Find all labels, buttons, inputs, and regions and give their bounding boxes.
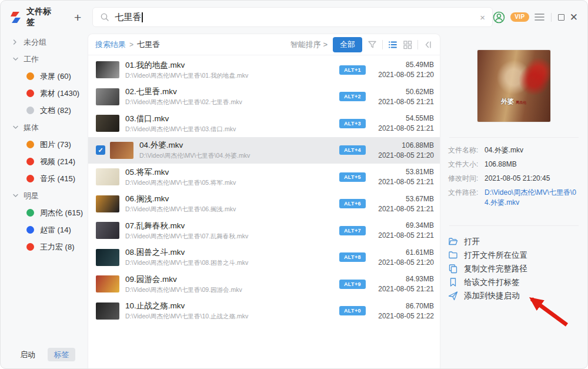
filter-funnel-icon[interactable] bbox=[368, 40, 377, 49]
file-name: 01.我的地盘.mkv bbox=[125, 60, 339, 71]
file-size: 106.88MB bbox=[373, 141, 434, 149]
sidebar-tag[interactable]: 视频 (214) bbox=[1, 153, 88, 170]
file-date: 2021-08-05 21:21 bbox=[373, 178, 434, 186]
search-box[interactable]: 七里香 × bbox=[92, 7, 493, 27]
file-path: D:\Video\周杰伦\MV\七里香\04.外婆.mkv bbox=[139, 152, 339, 160]
sidebar-tag[interactable]: 素材 (1430) bbox=[1, 85, 88, 102]
file-row[interactable]: ✓ 02.七里香.mkv D:\Video\周杰伦\MV\七里香\02.七里香.… bbox=[88, 84, 440, 111]
vip-badge[interactable]: VIP bbox=[510, 12, 529, 22]
sidebar-tag[interactable]: 录屏 (60) bbox=[1, 68, 88, 85]
file-checkbox[interactable]: ✓ bbox=[96, 145, 105, 155]
sidebar-tag[interactable]: 赵雷 (14) bbox=[1, 221, 88, 238]
info-row: 文件路径: D:\Video\周杰伦\MV\七里香\04.外婆.mkv bbox=[448, 188, 580, 208]
info-row: 修改时间: 2021-08-05 21:20:45 bbox=[448, 174, 580, 184]
folder-icon bbox=[448, 250, 464, 260]
file-date: 2021-08-05 21:21 bbox=[373, 124, 434, 132]
action-row[interactable]: 打开 bbox=[448, 235, 580, 248]
file-row[interactable]: ✓ 09.园游会.mkv D:\Video\周杰伦\MV\七里香\09.园游会.… bbox=[88, 271, 440, 298]
app-title: 文件标签 bbox=[26, 6, 59, 28]
sidebar-tag-label: 图片 (73) bbox=[40, 139, 71, 150]
preview-caption: 外婆 bbox=[501, 97, 514, 106]
sidebar-tag[interactable]: 图片 (73) bbox=[1, 136, 88, 153]
file-row[interactable]: ✓ 08.困兽之斗.mkv D:\Video\周杰伦\MV\七里香\08.困兽之… bbox=[88, 244, 440, 271]
action-row[interactable]: 添加到快捷启动 bbox=[448, 289, 580, 302]
sidebar-tag-label: 王力宏 (8) bbox=[40, 242, 75, 252]
divider bbox=[449, 225, 579, 226]
sidebar-tag-label: 周杰伦 (615) bbox=[40, 208, 83, 218]
sidebar-group[interactable]: 工作 bbox=[1, 51, 88, 68]
user-avatar-icon[interactable] bbox=[493, 11, 505, 24]
file-path: D:\Video\周杰伦\MV\七里香\08.困兽之斗.mkv bbox=[125, 259, 339, 267]
action-row[interactable]: 打开文件所在位置 bbox=[448, 248, 580, 262]
file-name: 04.外婆.mkv bbox=[139, 140, 339, 151]
file-name: 07.乱舞春秋.mkv bbox=[125, 221, 339, 231]
shortcut-badge: ALT+0 bbox=[339, 306, 366, 315]
tab-tags[interactable]: 标签 bbox=[48, 348, 75, 361]
file-date: 2021-08-05 21:20 bbox=[373, 151, 434, 159]
tag-color-dot bbox=[26, 226, 34, 234]
send-icon bbox=[448, 291, 464, 301]
add-button[interactable]: + bbox=[74, 11, 81, 24]
sidebar-tag-label: 赵雷 (14) bbox=[40, 225, 71, 235]
file-thumbnail bbox=[96, 275, 119, 292]
info-label: 文件路径: bbox=[448, 188, 485, 208]
file-path: D:\Video\周杰伦\MV\七里香\07.乱舞春秋.mkv bbox=[125, 232, 339, 241]
sidebar-tag-label: 录屏 (60) bbox=[40, 71, 71, 82]
info-value: 04.外婆.mkv bbox=[485, 145, 523, 155]
info-value: 2021-08-05 21:20:45 bbox=[485, 174, 550, 184]
sidebar-tag[interactable]: 文档 (82) bbox=[1, 102, 88, 119]
preview-caption-sub: 周杰伦 bbox=[516, 100, 526, 105]
file-row[interactable]: ✓ 05.将军.mkv D:\Video\周杰伦\MV\七里香\05.将军.mk… bbox=[88, 164, 440, 191]
tag-color-dot bbox=[26, 175, 34, 182]
tab-launch[interactable]: 启动 bbox=[20, 350, 35, 360]
clear-search-icon[interactable]: × bbox=[480, 13, 485, 22]
file-thumbnail bbox=[96, 88, 119, 105]
divider bbox=[417, 40, 418, 49]
file-row[interactable]: ✓ 10.止战之殇.mkv D:\Video\周杰伦\MV\七里香\10.止战之… bbox=[88, 298, 440, 325]
menu-icon[interactable] bbox=[534, 13, 544, 21]
sidebar-tag[interactable]: 王力宏 (8) bbox=[1, 238, 88, 255]
info-row: 文件名称: 04.外婆.mkv bbox=[448, 145, 580, 155]
info-row: 文件大小: 106.88MB bbox=[448, 159, 580, 169]
sidebar-tag[interactable]: 音乐 (415) bbox=[1, 170, 88, 187]
divider bbox=[382, 40, 383, 49]
filter-all-button[interactable]: 全部 bbox=[333, 37, 362, 52]
sort-dropdown[interactable]: 智能排序 > bbox=[290, 39, 328, 50]
collapse-panel-icon[interactable] bbox=[423, 40, 433, 49]
sidebar-tag[interactable]: 周杰伦 (615) bbox=[1, 204, 88, 221]
window-controls: VIP ✕ bbox=[493, 11, 578, 24]
sidebar-group-label: 工作 bbox=[24, 54, 39, 65]
sidebar-tag-label: 视频 (214) bbox=[40, 157, 75, 167]
action-label: 添加到快捷启动 bbox=[464, 291, 520, 301]
file-date: 2021-08-05 21:21 bbox=[373, 205, 434, 213]
action-row[interactable]: 给该文件打标签 bbox=[448, 275, 580, 289]
sidebar-group[interactable]: 未分组 bbox=[1, 34, 88, 51]
sidebar-tag-label: 音乐 (415) bbox=[40, 174, 75, 184]
file-row[interactable]: ✓ 04.外婆.mkv D:\Video\周杰伦\MV\七里香\04.外婆.mk… bbox=[88, 137, 440, 164]
file-date: 2021-08-05 21:21 bbox=[373, 98, 434, 106]
search-icon bbox=[100, 12, 109, 22]
sidebar-group[interactable]: 明星 bbox=[1, 187, 88, 204]
sidebar-group-label: 明星 bbox=[24, 191, 39, 201]
bookmark-icon bbox=[448, 277, 464, 287]
search-input[interactable]: 七里香 bbox=[115, 12, 141, 23]
file-row[interactable]: ✓ 07.乱舞春秋.mkv D:\Video\周杰伦\MV\七里香\07.乱舞春… bbox=[88, 217, 440, 244]
file-row[interactable]: ✓ 01.我的地盘.mkv D:\Video\周杰伦\MV\七里香\01.我的地… bbox=[88, 56, 440, 84]
grid-view-icon[interactable] bbox=[403, 40, 412, 49]
maximize-button[interactable] bbox=[558, 14, 564, 21]
close-button[interactable]: ✕ bbox=[570, 12, 578, 22]
tag-color-dot bbox=[26, 107, 34, 114]
file-row[interactable]: ✓ 06.搁浅.mkv D:\Video\周杰伦\MV\七里香\06.搁浅.mk… bbox=[88, 191, 440, 218]
top-bar: 文件标签 + 七里香 × VIP ✕ bbox=[1, 1, 587, 34]
shortcut-badge: ALT+5 bbox=[339, 172, 366, 182]
info-value[interactable]: D:\Video\周杰伦\MV\七里香\04.外婆.mkv bbox=[485, 188, 580, 208]
action-row[interactable]: 复制文件完整路径 bbox=[448, 262, 580, 275]
file-row[interactable]: ✓ 03.借口.mkv D:\Video\周杰伦\MV\七里香\03.借口.mk… bbox=[88, 110, 440, 137]
sidebar-footer: 启动 标签 bbox=[1, 341, 88, 368]
sidebar-group[interactable]: 媒体 bbox=[1, 119, 88, 136]
file-thumbnail bbox=[110, 142, 133, 159]
breadcrumb-root[interactable]: 搜索结果 bbox=[95, 39, 126, 50]
app-window: 文件标签 + 七里香 × VIP ✕ bbox=[0, 0, 588, 369]
list-view-icon[interactable] bbox=[388, 40, 397, 49]
info-label: 文件名称: bbox=[448, 145, 485, 155]
